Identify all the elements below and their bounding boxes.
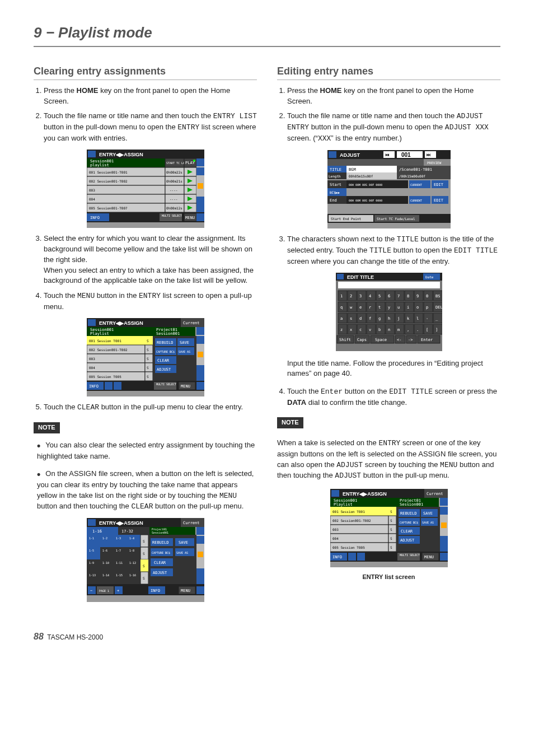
svg-text:y: y bbox=[388, 305, 390, 310]
svg-text:00H 00M 00S 00F 0000[interactable]: 00H 00M 00S 00F 0000 bbox=[349, 199, 382, 202]
svg-text:h: h bbox=[388, 316, 390, 321]
scroll-bottom-icon[interactable] bbox=[196, 373, 204, 381]
svg-text:EDIT: EDIT bbox=[434, 198, 444, 203]
svg-text:1: 1 bbox=[340, 294, 343, 298]
svg-text:1-10[interactable]: 1-10 bbox=[102, 561, 109, 564]
svg-text:MULTI SELECT: MULTI SELECT bbox=[162, 214, 182, 217]
svg-text:Session001: Session001 bbox=[156, 332, 180, 336]
scroll-bottom-icon[interactable] bbox=[196, 204, 204, 212]
svg-rect-288[interactable] bbox=[440, 507, 448, 515]
svg-text:CAPTURE BC$: CAPTURE BC$ bbox=[400, 521, 418, 524]
svg-rect-294[interactable] bbox=[348, 553, 356, 561]
svg-text:002 Session001-T002[interactable]: 002 Session001-T002 bbox=[89, 348, 128, 352]
svg-rect-77 bbox=[198, 352, 203, 357]
row-5[interactable]: 005 Session001-T007 0h00m12s bbox=[87, 203, 196, 212]
svg-text:004[interactable]: 004 bbox=[332, 536, 339, 540]
section-heading-clearing: Clearing entry assignments bbox=[34, 64, 257, 80]
svg-text:r: r bbox=[369, 305, 371, 310]
row-2[interactable]: 002 Session001-T002 0h00m21s bbox=[87, 176, 196, 185]
svg-text:002 Session001-T002: 002 Session001-T002 bbox=[89, 179, 128, 183]
svg-text:S: S bbox=[390, 536, 392, 540]
row-3[interactable]: 003 ---- bbox=[87, 185, 196, 194]
svg-text:1-12[interactable]: 1-12 bbox=[129, 561, 136, 564]
svg-text:1-16[interactable]: 1-16 bbox=[129, 573, 136, 577]
svg-text:REBUILD: REBUILD bbox=[400, 511, 417, 516]
svg-rect-141[interactable] bbox=[196, 527, 204, 535]
svg-text:⏭: ⏭ bbox=[427, 152, 431, 157]
svg-rect-194 bbox=[337, 274, 344, 279]
up-icon[interactable] bbox=[105, 382, 113, 390]
svg-text:1-11[interactable]: 1-11 bbox=[116, 561, 123, 564]
svg-text:2: 2 bbox=[350, 294, 352, 298]
svg-text:S: S bbox=[390, 545, 392, 549]
svg-text:PREVIEW[interactable]: PREVIEW bbox=[427, 161, 442, 165]
svg-rect-298[interactable] bbox=[440, 553, 448, 561]
svg-rect-291[interactable] bbox=[440, 544, 448, 552]
scroll-up-icon[interactable] bbox=[196, 167, 204, 175]
svg-text:----: ---- bbox=[170, 197, 177, 201]
svg-text:001 Session T001[interactable]: 001 Session T001 bbox=[89, 339, 121, 343]
svg-text:003[interactable]: 003 bbox=[332, 528, 339, 531]
svg-text:1-14[interactable]: 1-14 bbox=[102, 573, 109, 577]
svg-text:S: S bbox=[147, 366, 149, 370]
scroll-top-icon[interactable] bbox=[196, 158, 204, 166]
svg-text:INFO: INFO bbox=[151, 589, 160, 593]
svg-text:1-6[interactable]: 1-6 bbox=[102, 549, 107, 552]
entry-list-caption: ENTRY list screen bbox=[277, 573, 500, 582]
rstep-2: Touch the file name or title name and th… bbox=[287, 111, 500, 144]
svg-rect-145[interactable] bbox=[196, 576, 204, 584]
svg-text:1-3[interactable]: 1-3 bbox=[116, 536, 121, 540]
tab-1-16[interactable] bbox=[87, 527, 118, 535]
svg-text:g: g bbox=[378, 316, 381, 321]
svg-text:a: a bbox=[340, 316, 343, 321]
svg-text:1-8[interactable]: 1-8 bbox=[129, 549, 134, 552]
svg-text:1-2[interactable]: 1-2 bbox=[102, 536, 107, 540]
note-label-right: NOTE bbox=[277, 417, 303, 428]
svg-text:1-7[interactable]: 1-7 bbox=[116, 549, 121, 552]
svg-rect-295[interactable] bbox=[357, 553, 365, 561]
title-input[interactable] bbox=[338, 282, 440, 288]
svg-text:002 Session001-T002[interactable]: 002 Session001-T002 bbox=[332, 519, 371, 522]
svg-text:1-5[interactable]: 1-5 bbox=[89, 549, 94, 552]
svg-text:1-15[interactable]: 1-15 bbox=[116, 573, 123, 577]
scroll-up-icon[interactable] bbox=[196, 336, 204, 344]
svg-text:005 Session T005[interactable]: 005 Session T005 bbox=[332, 545, 365, 549]
down-icon[interactable] bbox=[114, 382, 121, 390]
svg-text:8: 8 bbox=[407, 294, 409, 298]
svg-text:Current: Current bbox=[427, 492, 443, 496]
scroll-down-icon[interactable] bbox=[196, 365, 204, 373]
svg-text:1-1[interactable]: 1-1 bbox=[89, 536, 94, 540]
svg-rect-153[interactable] bbox=[196, 586, 204, 594]
menu-toggle-icon[interactable] bbox=[196, 213, 204, 221]
svg-text:1-9[interactable]: 1-9 bbox=[89, 561, 94, 564]
svg-text:1-4[interactable]: 1-4 bbox=[129, 536, 134, 540]
scroll-top-icon[interactable] bbox=[196, 327, 204, 335]
svg-text:5: 5 bbox=[378, 294, 381, 298]
head2: playlist bbox=[90, 163, 109, 167]
svg-text:MULTI SELECT: MULTI SELECT bbox=[156, 382, 176, 386]
svg-text:e: e bbox=[359, 305, 362, 310]
svg-text:005 Session T005[interactable]: 005 Session T005 bbox=[89, 375, 121, 379]
svg-rect-142[interactable] bbox=[196, 536, 204, 544]
page-number: 88 bbox=[34, 632, 44, 641]
svg-text:001 Session T001[interactable]: 001 Session T001 bbox=[332, 510, 365, 514]
svg-rect-290[interactable] bbox=[440, 536, 448, 544]
scroll-down-icon[interactable] bbox=[196, 197, 204, 204]
svg-rect-84 bbox=[88, 519, 96, 526]
svg-rect-144[interactable] bbox=[196, 568, 204, 576]
row-1[interactable]: 001 Session001-T001 0h00m22s bbox=[87, 167, 196, 176]
svg-text:----: ---- bbox=[170, 188, 177, 192]
svg-text:4: 4 bbox=[369, 294, 371, 298]
play[interactable]: PLAY bbox=[185, 161, 195, 165]
svg-text:00H 00M 00S 00F 0000[interactable]: 00H 00M 00S 00F 0000 bbox=[349, 183, 382, 186]
svg-text:ADJUST: ADJUST bbox=[153, 571, 167, 575]
menu-toggle-icon[interactable] bbox=[196, 382, 204, 390]
svg-text:1-13[interactable]: 1-13 bbox=[89, 573, 96, 577]
scroll-thumb[interactable] bbox=[198, 183, 203, 189]
svg-rect-249 bbox=[331, 490, 339, 497]
svg-text:003[interactable]: 003 bbox=[89, 357, 95, 361]
row-4[interactable]: 004 ---- bbox=[87, 194, 196, 203]
svg-rect-287[interactable] bbox=[440, 498, 448, 506]
svg-text:ADJUST: ADJUST bbox=[340, 152, 360, 158]
svg-text:004[interactable]: 004 bbox=[89, 366, 95, 370]
